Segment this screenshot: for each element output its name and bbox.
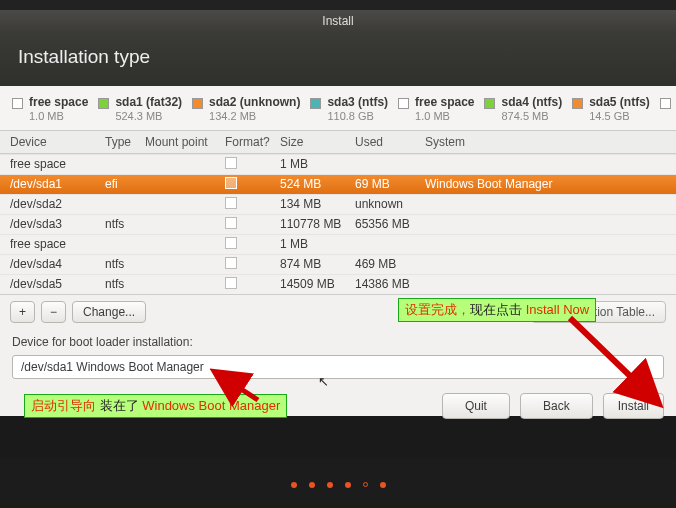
legend-item: sda5 (ntfs)14.5 GB: [572, 96, 650, 124]
legend-item: sda3 (ntfs)110.8 GB: [310, 96, 388, 124]
col-used: Used: [355, 135, 425, 149]
mouse-cursor-icon: ↖: [318, 374, 329, 389]
back-button[interactable]: Back: [520, 393, 593, 419]
legend-item: free space1.0 MB: [398, 96, 474, 124]
change-partition-button[interactable]: Change...: [72, 301, 146, 323]
legend-item: sda4 (ntfs)874.5 MB: [484, 96, 562, 124]
bootloader-value: /dev/sda1 Windows Boot Manager: [21, 360, 204, 374]
col-format: Format?: [225, 135, 280, 149]
table-row[interactable]: free space 1 MB: [0, 234, 676, 254]
install-now-button[interactable]: Install: [603, 393, 664, 419]
progress-dots: [0, 482, 676, 488]
legend-item: free space1.0 MB: [12, 96, 88, 124]
legend-item: free1.0 ME: [660, 96, 676, 124]
main-content: free space1.0 MB sda1 (fat32)524.3 MB sd…: [0, 86, 676, 416]
col-device: Device: [10, 135, 105, 149]
remove-partition-button[interactable]: −: [41, 301, 66, 323]
table-row[interactable]: /dev/sda4ntfs 874 MB469 MB: [0, 254, 676, 274]
annotation-install-now: 设置完成，现在点击 Install Now: [398, 298, 596, 322]
table-row[interactable]: /dev/sda5ntfs 14509 MB14386 MB: [0, 274, 676, 294]
table-row[interactable]: /dev/sda1efi 524 MB69 MBWindows Boot Man…: [0, 174, 676, 194]
window-title: Install: [0, 10, 676, 32]
table-header: Device Type Mount point Format? Size Use…: [0, 131, 676, 154]
table-row[interactable]: free space 1 MB: [0, 154, 676, 174]
col-type: Type: [105, 135, 145, 149]
page-title: Installation type: [0, 32, 676, 86]
table-row[interactable]: /dev/sda3ntfs 110778 MB65356 MB: [0, 214, 676, 234]
annotation-boot-manager: 启动引导向 装在了 Windows Boot Manager: [24, 394, 287, 418]
quit-button[interactable]: Quit: [442, 393, 510, 419]
bootloader-select[interactable]: /dev/sda1 Windows Boot Manager: [12, 355, 664, 379]
table-row[interactable]: /dev/sda2 134 MBunknown: [0, 194, 676, 214]
legend-item: sda2 (unknown)134.2 MB: [192, 96, 300, 124]
legend-item: sda1 (fat32)524.3 MB: [98, 96, 182, 124]
partition-legend: free space1.0 MB sda1 (fat32)524.3 MB sd…: [0, 86, 676, 131]
partition-table: free space 1 MB/dev/sda1efi 524 MB69 MBW…: [0, 154, 676, 294]
col-size: Size: [280, 135, 355, 149]
add-partition-button[interactable]: +: [10, 301, 35, 323]
bootloader-label: Device for boot loader installation:: [0, 329, 676, 353]
col-system: System: [425, 135, 666, 149]
col-mount: Mount point: [145, 135, 225, 149]
